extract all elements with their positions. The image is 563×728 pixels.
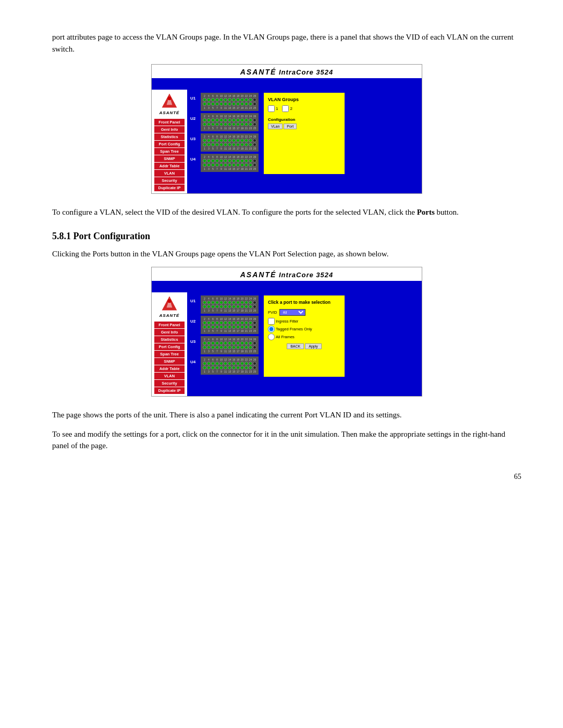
nav-front-panel-2[interactable]: Front Panel <box>154 322 185 328</box>
nav-statistics-2[interactable]: Statistics <box>154 336 185 343</box>
nav-vlan-2[interactable]: VLAN <box>154 373 185 379</box>
vlan-groups-panel: VLAN Groups 1 2 Confi <box>264 93 345 174</box>
ports-bold: Ports <box>417 208 435 216</box>
vlan-label-2: 2 <box>290 106 292 111</box>
unit2-ports: 2468101214161820222426 13579111315171921… <box>201 113 259 131</box>
diagram2-brand-label: ASANTÉ <box>160 313 180 318</box>
unit3-ports: 2468101214161820222426 13579111315171921… <box>201 133 259 152</box>
page-number: 65 <box>52 473 521 481</box>
diagram2-screenshot: ASANTÉ IntraCore 3524 ASANTÉ Front Panel… <box>151 267 422 397</box>
unit4-ports: 2468101214161820222426 13579111315171921… <box>201 154 259 172</box>
nav-front-panel-1[interactable]: Front Panel <box>154 119 185 126</box>
nav-genl-info-1[interactable]: Genl Info <box>154 126 185 133</box>
ingress-filter-checkbox[interactable] <box>268 318 275 325</box>
diagram1-screenshot: ASANTÉ IntraCore 3524 ASANTÉ Front Panel… <box>151 64 422 194</box>
diagram1-sidebar: ASANTÉ Front Panel Genl Info Statistics … <box>152 90 187 193</box>
pvid-label: PVID <box>268 310 277 315</box>
nav-vlan-1[interactable]: VLAN <box>154 170 185 177</box>
nav-snmp-1[interactable]: SNMP <box>154 155 185 162</box>
diagram2-main: U1 2468101214161820222426 <box>187 292 422 396</box>
diagram2-brand: ASANTÉ <box>240 270 277 279</box>
all-frames-row: All Frames <box>268 334 340 340</box>
back-button[interactable]: BACK <box>287 343 304 349</box>
diagram1-header: ASANTÉ IntraCore 3524 <box>152 65 422 78</box>
d2-unit4-ports: 2468101214161820222426 13579111315171921… <box>201 356 259 375</box>
svg-point-5 <box>167 299 171 303</box>
nav-port-config-1[interactable]: Port Config <box>154 141 185 147</box>
nav-duplicate-ip-2[interactable]: Duplicate IP <box>154 387 185 394</box>
between-text-prefix: To configure a VLAN, select the VID of t… <box>52 208 417 216</box>
nav-security-2[interactable]: Security <box>154 380 185 387</box>
vlan-label-1: 1 <box>276 106 278 111</box>
action-buttons: BACK Apply <box>268 343 340 349</box>
diagram1-main: U1 2468101214161820222426 <box>187 90 422 193</box>
diagram2-model: IntraCore 3524 <box>279 271 333 279</box>
vlan-checkbox-1[interactable] <box>268 105 275 112</box>
nav-span-tree-1[interactable]: Span Tree <box>154 148 185 155</box>
tagged-only-label: Tagged Frames Only <box>276 327 312 331</box>
footer-paragraph-2: To see and modify the settings for a por… <box>52 428 521 452</box>
vlan-checkbox-2[interactable] <box>282 105 289 112</box>
between-paragraph-1: To configure a VLAN, select the VID of t… <box>52 206 521 218</box>
svg-point-2 <box>167 96 171 100</box>
vlan-groups-title: VLAN Groups <box>268 97 340 102</box>
nav-port-config-2[interactable]: Port Config <box>154 343 185 350</box>
asante-logo-icon-2 <box>160 294 179 313</box>
nav-addr-table-1[interactable]: Addr Table <box>154 163 185 169</box>
nav-addr-table-2[interactable]: Addr Table <box>154 365 185 372</box>
nav-statistics-1[interactable]: Statistics <box>154 133 185 140</box>
config-label: Configuration <box>268 117 340 122</box>
config-section: Configuration VLan Port <box>268 117 340 129</box>
port-sel-title: Click a port to make selection <box>268 300 340 305</box>
diagram1-logo-area: ASANTÉ <box>160 92 180 115</box>
port-selection-panel: Click a port to make selection PVID All … <box>264 295 345 377</box>
d2-unit3-ports: 2468101214161820222426 13579111315171921… <box>201 336 259 354</box>
tagged-only-row: Tagged Frames Only <box>268 326 340 332</box>
d2-unit2-ports: 2468101214161820222426 13579111315171921… <box>201 316 259 334</box>
pvid-select[interactable]: All <box>279 309 305 316</box>
pvid-row: PVID All <box>268 309 340 316</box>
nav-security-1[interactable]: Security <box>154 177 185 184</box>
config-port-btn[interactable]: Port <box>284 124 297 129</box>
nav-snmp-2[interactable]: SNMP <box>154 358 185 365</box>
ingress-filter-label: Ingress Filter <box>276 319 298 324</box>
diagram1-brand-label: ASANTÉ <box>160 110 180 115</box>
nav-genl-info-2[interactable]: Genl Info <box>154 329 185 336</box>
section-intro-text: Clicking the Ports button in the VLAN Gr… <box>52 248 521 260</box>
nav-span-tree-2[interactable]: Span Tree <box>154 351 185 357</box>
section-heading: 5.8.1 Port Configuration <box>52 231 521 242</box>
apply-button[interactable]: Apply <box>305 343 322 349</box>
config-vlan-btn[interactable]: VLan <box>268 124 283 129</box>
tagged-only-radio[interactable] <box>268 326 275 332</box>
asante-logo-icon <box>160 92 179 110</box>
unit1-ports: 2468101214161820222426 13579111315171921… <box>201 93 259 111</box>
diagram2-logo-area: ASANTÉ <box>160 294 180 318</box>
diagram1-model: IntraCore 3524 <box>279 68 333 76</box>
vlan-checkboxes: 1 2 <box>268 105 340 112</box>
ingress-filter-row: Ingress Filter <box>268 318 340 325</box>
diagram2-sidebar: ASANTÉ Front Panel Genl Info Statistics … <box>152 292 187 396</box>
all-frames-radio[interactable] <box>268 334 275 340</box>
intro-paragraph: port attributes page to access the VLAN … <box>52 31 521 55</box>
d2-unit1-ports: 2468101214161820222426 13579111315171921… <box>201 295 259 314</box>
footer-paragraph-1: The page shows the ports of the unit. Th… <box>52 409 521 421</box>
all-frames-label: All Frames <box>276 335 295 339</box>
diagram1-brand: ASANTÉ <box>240 68 277 76</box>
diagram2-header: ASANTÉ IntraCore 3524 <box>152 267 422 281</box>
between-text-suffix: button. <box>435 208 459 216</box>
nav-duplicate-ip-1[interactable]: Duplicate IP <box>154 184 185 191</box>
